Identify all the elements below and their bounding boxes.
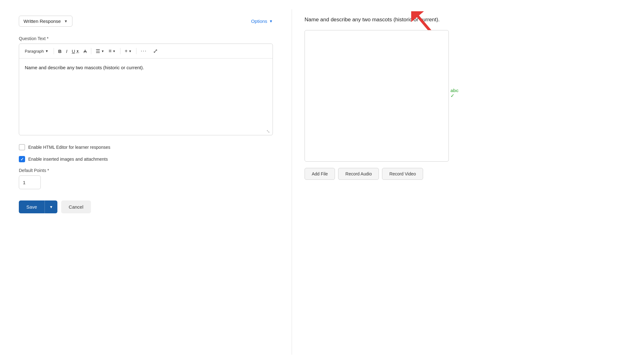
insert-group: + ▼	[123, 47, 134, 55]
save-button-group: Save ▼	[19, 200, 57, 213]
paragraph-label: Paragraph	[25, 49, 44, 54]
images-attachments-checkbox[interactable]	[19, 156, 25, 162]
list-chevron-icon: ▼	[113, 49, 116, 53]
underline-button[interactable]: U ▼	[70, 47, 81, 55]
html-editor-checkbox-row: Enable HTML Editor for learner responses	[19, 144, 273, 150]
attachment-buttons: Add File Record Audio Record Video	[305, 168, 596, 180]
dropdown-chevron-icon: ▼	[64, 19, 68, 23]
toolbar-sep-2	[91, 48, 91, 54]
save-dropdown-button[interactable]: ▼	[45, 200, 57, 213]
underline-chevron-icon: ▼	[76, 49, 79, 53]
html-editor-label: Enable HTML Editor for learner responses	[28, 145, 110, 150]
insert-button[interactable]: + ▼	[123, 47, 134, 55]
strikethrough-button[interactable]: A	[82, 47, 88, 55]
editor-container: Paragraph ▼ B I U ▼ A	[19, 44, 273, 135]
options-button[interactable]: Options ▼	[251, 18, 273, 24]
images-attachments-label: Enable inserted images and attachments	[28, 157, 108, 162]
response-area[interactable]: abc✓	[305, 30, 449, 162]
paragraph-group: Paragraph ▼	[22, 48, 51, 55]
align-group: ☰ ▼ ≡ ▼	[94, 47, 117, 55]
align-chevron-icon: ▼	[101, 49, 104, 53]
editor-content: Name and describe any two mascots (histo…	[25, 65, 144, 70]
bold-button[interactable]: B	[56, 47, 64, 55]
toolbar-sep-1	[54, 48, 54, 54]
list-icon: ≡	[109, 48, 111, 54]
points-input[interactable]	[19, 175, 41, 189]
preview-question-text: Name and describe any two mascots (histo…	[305, 16, 455, 24]
list-button[interactable]: ≡ ▼	[107, 47, 117, 55]
spellcheck-icon: abc✓	[450, 88, 459, 99]
align-button[interactable]: ☰ ▼	[94, 47, 106, 55]
arrow-container: abc✓	[305, 30, 596, 162]
options-label: Options	[251, 18, 267, 24]
editor-body[interactable]: Name and describe any two mascots (histo…	[19, 59, 273, 127]
record-audio-button[interactable]: Record Audio	[338, 168, 379, 180]
record-video-button[interactable]: Record Video	[382, 168, 423, 180]
default-points-label: Default Points *	[19, 168, 273, 173]
html-editor-checkbox[interactable]	[19, 144, 25, 150]
editor-resize-handle[interactable]: ⤡	[19, 127, 273, 135]
paragraph-select[interactable]: Paragraph ▼	[22, 48, 51, 55]
fullscreen-button[interactable]: ⤢	[151, 46, 160, 56]
align-icon: ☰	[96, 48, 100, 54]
left-panel: Written Response ▼ Options ▼ Question Te…	[13, 9, 285, 355]
panel-divider	[292, 9, 292, 355]
question-type-dropdown[interactable]: Written Response ▼	[19, 16, 72, 27]
top-bar: Written Response ▼ Options ▼	[19, 16, 273, 27]
save-button[interactable]: Save	[19, 200, 45, 213]
insert-icon: +	[125, 48, 128, 54]
editor-toolbar: Paragraph ▼ B I U ▼ A	[19, 44, 273, 59]
add-file-button[interactable]: Add File	[305, 168, 335, 180]
toolbar-sep-4	[136, 48, 136, 54]
paragraph-chevron-icon: ▼	[45, 49, 49, 53]
right-panel: Name and describe any two mascots (histo…	[298, 9, 608, 355]
action-buttons: Save ▼ Cancel	[19, 200, 273, 213]
insert-chevron-icon: ▼	[129, 49, 132, 53]
toolbar-sep-3	[120, 48, 120, 54]
format-group: B I U ▼ A	[56, 47, 89, 55]
question-text-label: Question Text *	[19, 36, 273, 41]
images-attachments-checkbox-row: Enable inserted images and attachments	[19, 156, 273, 162]
question-type-label: Written Response	[24, 18, 61, 24]
options-chevron-icon: ▼	[269, 19, 273, 23]
cancel-button[interactable]: Cancel	[61, 200, 91, 213]
italic-button[interactable]: I	[64, 47, 69, 55]
more-button[interactable]: ···	[139, 47, 149, 55]
